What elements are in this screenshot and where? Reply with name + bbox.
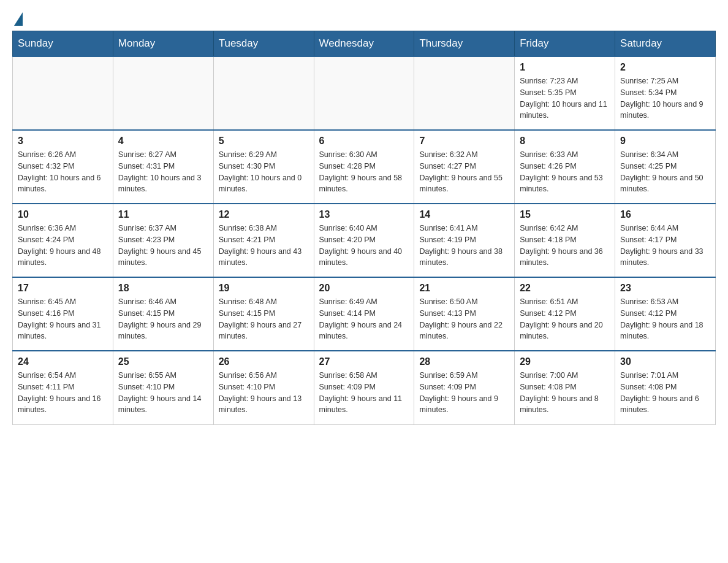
calendar-cell: 10Sunrise: 6:36 AM Sunset: 4:24 PM Dayli…: [13, 204, 113, 277]
calendar-cell: 21Sunrise: 6:50 AM Sunset: 4:13 PM Dayli…: [414, 277, 515, 351]
day-info: Sunrise: 6:29 AM Sunset: 4:30 PM Dayligh…: [219, 149, 309, 195]
day-info: Sunrise: 7:25 AM Sunset: 5:34 PM Dayligh…: [620, 75, 710, 121]
calendar-cell: 26Sunrise: 6:56 AM Sunset: 4:10 PM Dayli…: [213, 351, 314, 424]
day-number: 1: [520, 62, 610, 73]
day-info: Sunrise: 6:42 AM Sunset: 4:18 PM Dayligh…: [520, 223, 610, 269]
weekday-header-thursday: Thursday: [414, 31, 515, 57]
day-info: Sunrise: 6:34 AM Sunset: 4:25 PM Dayligh…: [620, 149, 710, 195]
calendar-cell: [414, 56, 515, 130]
day-number: 11: [118, 209, 208, 220]
calendar-cell: 15Sunrise: 6:42 AM Sunset: 4:18 PM Dayli…: [515, 204, 615, 277]
day-number: 10: [18, 209, 108, 220]
week-row-1: 1Sunrise: 7:23 AM Sunset: 5:35 PM Daylig…: [13, 56, 716, 130]
day-number: 22: [520, 283, 610, 294]
day-info: Sunrise: 6:36 AM Sunset: 4:24 PM Dayligh…: [18, 223, 108, 269]
day-number: 26: [219, 356, 309, 367]
weekday-header-sunday: Sunday: [13, 31, 113, 57]
logo-triangle-icon: [14, 12, 23, 26]
calendar-cell: 29Sunrise: 7:00 AM Sunset: 4:08 PM Dayli…: [515, 351, 615, 424]
day-info: Sunrise: 6:46 AM Sunset: 4:15 PM Dayligh…: [118, 296, 208, 342]
calendar-cell: 2Sunrise: 7:25 AM Sunset: 5:34 PM Daylig…: [615, 56, 716, 130]
calendar-cell: 5Sunrise: 6:29 AM Sunset: 4:30 PM Daylig…: [213, 130, 314, 204]
week-row-4: 17Sunrise: 6:45 AM Sunset: 4:16 PM Dayli…: [13, 277, 716, 351]
day-number: 29: [520, 356, 610, 367]
calendar-cell: 6Sunrise: 6:30 AM Sunset: 4:28 PM Daylig…: [314, 130, 414, 204]
calendar-cell: 3Sunrise: 6:26 AM Sunset: 4:32 PM Daylig…: [13, 130, 113, 204]
day-number: 14: [419, 209, 509, 220]
day-info: Sunrise: 6:51 AM Sunset: 4:12 PM Dayligh…: [520, 296, 610, 342]
day-number: 4: [118, 136, 208, 147]
day-info: Sunrise: 6:38 AM Sunset: 4:21 PM Dayligh…: [219, 223, 309, 269]
day-number: 13: [319, 209, 409, 220]
day-number: 17: [18, 283, 108, 294]
day-number: 28: [419, 356, 509, 367]
day-info: Sunrise: 6:27 AM Sunset: 4:31 PM Dayligh…: [118, 149, 208, 195]
day-number: 9: [620, 136, 710, 147]
calendar-cell: 1Sunrise: 7:23 AM Sunset: 5:35 PM Daylig…: [515, 56, 615, 130]
day-info: Sunrise: 6:32 AM Sunset: 4:27 PM Dayligh…: [419, 149, 509, 195]
day-info: Sunrise: 6:45 AM Sunset: 4:16 PM Dayligh…: [18, 296, 108, 342]
calendar-cell: 12Sunrise: 6:38 AM Sunset: 4:21 PM Dayli…: [213, 204, 314, 277]
day-info: Sunrise: 6:33 AM Sunset: 4:26 PM Dayligh…: [520, 149, 610, 195]
day-info: Sunrise: 6:44 AM Sunset: 4:17 PM Dayligh…: [620, 223, 710, 269]
calendar-cell: 30Sunrise: 7:01 AM Sunset: 4:08 PM Dayli…: [615, 351, 716, 424]
calendar-cell: [13, 56, 113, 130]
day-number: 24: [18, 356, 108, 367]
day-number: 20: [319, 283, 409, 294]
week-row-5: 24Sunrise: 6:54 AM Sunset: 4:11 PM Dayli…: [13, 351, 716, 424]
calendar-cell: 18Sunrise: 6:46 AM Sunset: 4:15 PM Dayli…: [113, 277, 213, 351]
calendar-cell: [314, 56, 414, 130]
calendar-cell: 13Sunrise: 6:40 AM Sunset: 4:20 PM Dayli…: [314, 204, 414, 277]
week-row-3: 10Sunrise: 6:36 AM Sunset: 4:24 PM Dayli…: [13, 204, 716, 277]
day-number: 23: [620, 283, 710, 294]
day-number: 6: [319, 136, 409, 147]
calendar-cell: 17Sunrise: 6:45 AM Sunset: 4:16 PM Dayli…: [13, 277, 113, 351]
calendar-cell: 14Sunrise: 6:41 AM Sunset: 4:19 PM Dayli…: [414, 204, 515, 277]
calendar-cell: 8Sunrise: 6:33 AM Sunset: 4:26 PM Daylig…: [515, 130, 615, 204]
day-info: Sunrise: 6:59 AM Sunset: 4:09 PM Dayligh…: [419, 370, 509, 416]
weekday-header-row: SundayMondayTuesdayWednesdayThursdayFrid…: [13, 31, 716, 57]
calendar-cell: 23Sunrise: 6:53 AM Sunset: 4:12 PM Dayli…: [615, 277, 716, 351]
calendar-cell: 4Sunrise: 6:27 AM Sunset: 4:31 PM Daylig…: [113, 130, 213, 204]
calendar-cell: 25Sunrise: 6:55 AM Sunset: 4:10 PM Dayli…: [113, 351, 213, 424]
day-info: Sunrise: 7:01 AM Sunset: 4:08 PM Dayligh…: [620, 370, 710, 416]
calendar-table: SundayMondayTuesdayWednesdayThursdayFrid…: [12, 31, 716, 425]
calendar-cell: [113, 56, 213, 130]
day-number: 18: [118, 283, 208, 294]
day-info: Sunrise: 7:23 AM Sunset: 5:35 PM Dayligh…: [520, 75, 610, 121]
calendar-cell: 9Sunrise: 6:34 AM Sunset: 4:25 PM Daylig…: [615, 130, 716, 204]
weekday-header-friday: Friday: [515, 31, 615, 57]
day-number: 7: [419, 136, 509, 147]
day-number: 3: [18, 136, 108, 147]
day-info: Sunrise: 6:26 AM Sunset: 4:32 PM Dayligh…: [18, 149, 108, 195]
day-number: 2: [620, 62, 710, 73]
weekday-header-monday: Monday: [113, 31, 213, 57]
day-number: 27: [319, 356, 409, 367]
calendar-cell: 19Sunrise: 6:48 AM Sunset: 4:15 PM Dayli…: [213, 277, 314, 351]
day-number: 15: [520, 209, 610, 220]
day-info: Sunrise: 7:00 AM Sunset: 4:08 PM Dayligh…: [520, 370, 610, 416]
day-number: 30: [620, 356, 710, 367]
day-info: Sunrise: 6:41 AM Sunset: 4:19 PM Dayligh…: [419, 223, 509, 269]
day-info: Sunrise: 6:53 AM Sunset: 4:12 PM Dayligh…: [620, 296, 710, 342]
weekday-header-wednesday: Wednesday: [314, 31, 414, 57]
weekday-header-saturday: Saturday: [615, 31, 716, 57]
calendar-cell: 20Sunrise: 6:49 AM Sunset: 4:14 PM Dayli…: [314, 277, 414, 351]
day-number: 8: [520, 136, 610, 147]
day-info: Sunrise: 6:55 AM Sunset: 4:10 PM Dayligh…: [118, 370, 208, 416]
day-number: 21: [419, 283, 509, 294]
calendar-cell: 11Sunrise: 6:37 AM Sunset: 4:23 PM Dayli…: [113, 204, 213, 277]
calendar-cell: [213, 56, 314, 130]
calendar-cell: 16Sunrise: 6:44 AM Sunset: 4:17 PM Dayli…: [615, 204, 716, 277]
calendar-cell: 27Sunrise: 6:58 AM Sunset: 4:09 PM Dayli…: [314, 351, 414, 424]
day-info: Sunrise: 6:54 AM Sunset: 4:11 PM Dayligh…: [18, 370, 108, 416]
day-number: 5: [219, 136, 309, 147]
calendar-cell: 28Sunrise: 6:59 AM Sunset: 4:09 PM Dayli…: [414, 351, 515, 424]
page-header: [12, 12, 716, 23]
day-number: 19: [219, 283, 309, 294]
weekday-header-tuesday: Tuesday: [213, 31, 314, 57]
logo: [12, 12, 23, 23]
day-info: Sunrise: 6:49 AM Sunset: 4:14 PM Dayligh…: [319, 296, 409, 342]
day-info: Sunrise: 6:50 AM Sunset: 4:13 PM Dayligh…: [419, 296, 509, 342]
calendar-cell: 22Sunrise: 6:51 AM Sunset: 4:12 PM Dayli…: [515, 277, 615, 351]
